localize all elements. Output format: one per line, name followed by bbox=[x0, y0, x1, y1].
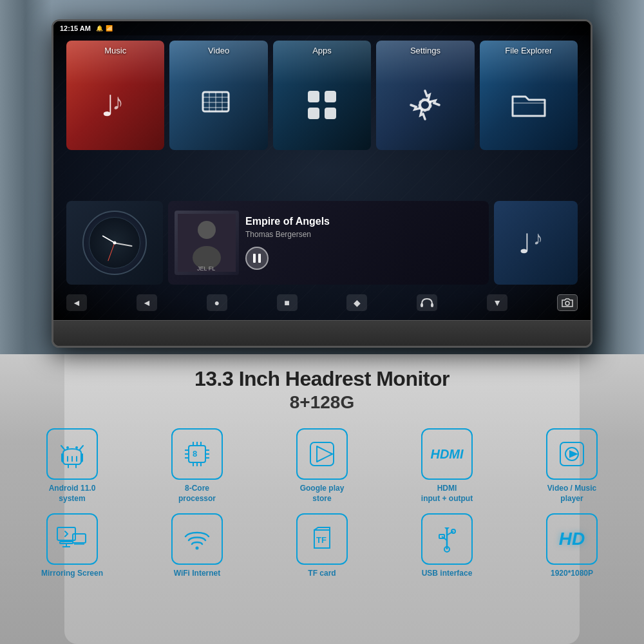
back-icon: ◄ bbox=[72, 298, 81, 308]
stop-button[interactable]: ■ bbox=[277, 294, 298, 311]
processor-label: 8-Coreprocessor bbox=[178, 484, 216, 504]
back-button[interactable]: ◄ bbox=[66, 294, 87, 311]
feature-googleplay: Google playstore bbox=[263, 428, 381, 504]
svg-rect-11 bbox=[308, 108, 319, 119]
tf-icon: TF bbox=[308, 525, 336, 553]
home-button[interactable]: ● bbox=[207, 294, 227, 311]
car-right-panel bbox=[592, 0, 644, 354]
camera-button[interactable] bbox=[557, 294, 578, 311]
music-tile[interactable]: Music ♩ ♪ bbox=[66, 41, 164, 150]
feature-processor: 8 8-Coreprocessor bbox=[138, 428, 256, 504]
wifi-status-icon: 📶 bbox=[106, 25, 113, 32]
mirror-icon bbox=[56, 525, 88, 553]
svg-rect-19 bbox=[253, 254, 256, 263]
svg-marker-53 bbox=[569, 450, 578, 458]
svg-marker-50 bbox=[317, 446, 332, 462]
prev-button[interactable]: ◄ bbox=[137, 294, 157, 311]
music-info: Empire of Angels Thomas Bergersen bbox=[245, 216, 482, 270]
music-controls bbox=[245, 247, 482, 270]
music-label: Music bbox=[66, 41, 164, 59]
music-icon-area: ♩ ♪ bbox=[66, 59, 164, 150]
googleplay-icon bbox=[308, 440, 336, 468]
pause-button[interactable] bbox=[245, 247, 269, 270]
video-music-icon bbox=[558, 440, 586, 468]
apps-icon bbox=[303, 86, 341, 124]
pause-icon bbox=[251, 252, 263, 264]
googleplay-icon-box bbox=[296, 428, 348, 480]
apps-icon-area bbox=[273, 59, 371, 150]
usb-icon-box bbox=[421, 513, 473, 565]
music-note-widget[interactable]: ♩ ♪ bbox=[494, 201, 578, 285]
svg-point-27 bbox=[75, 446, 78, 449]
feature-video-music: Video / Musicplayer bbox=[513, 428, 631, 504]
svg-point-26 bbox=[66, 446, 69, 449]
svg-text:JEL FL: JEL FL bbox=[197, 265, 215, 272]
apps-label: Apps bbox=[273, 41, 371, 59]
android-icon-box bbox=[46, 428, 98, 480]
svg-rect-55 bbox=[60, 542, 73, 544]
video-music-icon-box bbox=[546, 428, 598, 480]
video-tile[interactable]: Video bbox=[169, 41, 267, 150]
feature-mirror: Mirroring Screen bbox=[13, 513, 131, 579]
app-grid: Music ♩ ♪ Video bbox=[66, 41, 578, 150]
wifi-label: WiFi Internet bbox=[174, 569, 221, 579]
hdmi-icon-box: HDMI bbox=[421, 428, 473, 480]
feature-tf: TF TF card bbox=[263, 513, 381, 579]
feature-hdmi: HDMI HDMIinput + output bbox=[388, 428, 506, 504]
music-player-widget[interactable]: JEL FL Empire of Angels Thomas Bergersen bbox=[168, 201, 489, 285]
product-info-section: 13.3 Inch Headrest Monitor 8+128G bbox=[0, 357, 644, 422]
features-grid: Android 11.0system bbox=[13, 428, 631, 579]
svg-text:♪: ♪ bbox=[112, 89, 124, 114]
monitor-frame: 12:15 AM 🔔 📶 Music ♩ ♪ bbox=[52, 19, 592, 348]
file-icon bbox=[509, 87, 548, 122]
svg-point-60 bbox=[196, 547, 199, 550]
clock-widget[interactable] bbox=[66, 201, 163, 285]
android-label: Android 11.0system bbox=[49, 484, 96, 504]
music-title: Empire of Angels bbox=[245, 216, 482, 227]
headphones-button[interactable] bbox=[417, 294, 437, 311]
wifi-icon-box bbox=[171, 513, 223, 565]
menu-down-icon: ▼ bbox=[493, 298, 502, 308]
vol-down-button[interactable]: ◆ bbox=[346, 294, 367, 311]
tf-icon-box: TF bbox=[296, 513, 348, 565]
svg-text:TF: TF bbox=[316, 535, 327, 545]
feature-android: Android 11.0system bbox=[13, 428, 131, 504]
feature-wifi: WiFi Internet bbox=[138, 513, 256, 579]
tf-label: TF card bbox=[308, 569, 336, 579]
android-icon bbox=[58, 440, 86, 468]
svg-text:♩: ♩ bbox=[518, 229, 531, 259]
svg-point-25 bbox=[565, 301, 569, 305]
home-icon: ● bbox=[214, 298, 219, 308]
bottom-row: JEL FL Empire of Angels Thomas Bergersen bbox=[66, 201, 578, 285]
video-music-label: Video / Musicplayer bbox=[547, 484, 596, 504]
notification-icon: 🔔 bbox=[96, 25, 103, 32]
features-row-2: Mirroring Screen WiFi Internet TF bbox=[13, 513, 631, 579]
apps-tile[interactable]: Apps bbox=[273, 41, 371, 150]
navigation-bar: ◄ ◄ ● ■ ◆ bbox=[66, 291, 578, 314]
album-art-image: JEL FL bbox=[178, 214, 236, 272]
monitor-bottom-bezel bbox=[53, 320, 591, 346]
music-icon: ♩ ♪ bbox=[98, 87, 133, 122]
wifi-icon bbox=[182, 525, 213, 553]
album-photo: JEL FL bbox=[175, 211, 239, 275]
hd-label: 1920*1080P bbox=[551, 569, 593, 579]
svg-line-30 bbox=[61, 446, 64, 450]
hdmi-text: HDMI bbox=[430, 447, 463, 462]
clock-inner bbox=[89, 217, 140, 269]
svg-rect-49 bbox=[310, 442, 334, 466]
menu-down-button[interactable]: ▼ bbox=[487, 294, 507, 311]
clock-center-dot bbox=[113, 242, 117, 245]
svg-rect-9 bbox=[308, 91, 319, 102]
file-explorer-tile[interactable]: File Explorer bbox=[480, 41, 578, 150]
product-subtitle: 8+128G bbox=[13, 392, 631, 413]
svg-point-16 bbox=[198, 221, 216, 239]
svg-text:♪: ♪ bbox=[533, 227, 543, 249]
usb-label: USB interface bbox=[422, 569, 473, 579]
svg-rect-10 bbox=[325, 91, 336, 102]
stop-icon: ■ bbox=[284, 298, 289, 308]
settings-tile[interactable]: Settings bbox=[376, 41, 474, 150]
video-label: Video bbox=[169, 41, 267, 59]
screen-background: 12:15 AM 🔔 📶 Music ♩ ♪ bbox=[53, 21, 591, 320]
svg-marker-68 bbox=[444, 527, 450, 530]
hd-icon-box: HD bbox=[546, 513, 598, 565]
